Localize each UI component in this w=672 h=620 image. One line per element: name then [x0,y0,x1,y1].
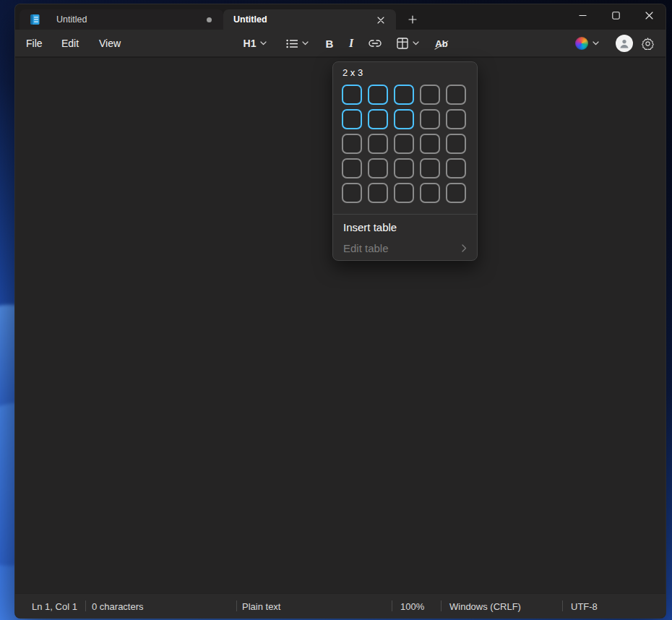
heading-label: H1 [244,38,257,49]
notepad-app-icon [30,14,40,25]
window-caption-buttons [566,4,665,26]
statusbar-divider [441,600,441,611]
tab-strip: Untitled Untitled [15,4,665,30]
maximize-button[interactable] [599,4,632,26]
table-size-cell[interactable] [420,158,440,178]
statusbar-divider [562,600,563,611]
edit-table-label: Edit table [343,242,389,254]
document-mode: Plain text [242,600,280,611]
chevron-down-icon [260,41,267,46]
encoding: UTF-8 [571,600,598,611]
table-size-cell[interactable] [394,158,414,178]
table-size-cell[interactable] [342,183,362,203]
bulleted-list-icon [286,39,298,48]
tab-label: Untitled [56,14,87,25]
cursor-position: Ln 1, Col 1 [32,600,77,611]
table-size-cell[interactable] [368,158,388,178]
table-size-cell[interactable] [420,85,440,105]
avatar [616,35,633,52]
gear-icon [642,38,654,50]
table-size-cell[interactable] [446,85,466,105]
insert-table-label: Insert table [343,221,397,233]
tab-label: Untitled [233,14,267,25]
settings-button[interactable] [635,33,660,54]
tab-untitled-2[interactable]: Untitled [223,9,396,30]
table-size-grid [342,85,466,203]
chevron-down-icon [593,41,599,46]
table-size-cell[interactable] [420,183,440,203]
line-endings: Windows (CRLF) [449,600,521,611]
insert-link-button[interactable] [362,33,388,54]
minimize-button[interactable] [566,4,599,26]
statusbar-divider [85,600,86,611]
italic-icon: I [349,37,353,50]
status-bar: Ln 1, Col 1 0 characters Plain text 100%… [15,593,665,618]
menu-divider [333,214,477,215]
table-size-cell[interactable] [368,134,388,154]
table-size-cell[interactable] [342,158,362,178]
link-icon [369,40,382,47]
table-size-cell[interactable] [368,109,388,129]
plus-icon [408,15,417,24]
menu-file[interactable]: File [19,33,50,54]
close-window-button[interactable] [632,4,665,26]
table-size-cell[interactable] [446,183,466,203]
table-size-label: 2 x 3 [343,67,363,78]
table-size-cell[interactable] [420,109,440,129]
chevron-down-icon [413,41,419,46]
character-count: 0 characters [92,600,144,611]
table-dropdown-menu: 2 x 3 Insert table Edit table [332,61,478,261]
new-tab-button[interactable] [403,11,421,28]
person-icon [619,38,630,49]
menu-toolbar: File Edit View H1 B I [15,30,665,57]
insert-table-menu-item[interactable]: Insert table [333,216,477,238]
table-size-cell[interactable] [394,183,414,203]
table-size-cell[interactable] [394,134,414,154]
table-size-cell[interactable] [342,109,362,129]
bold-button[interactable]: B [319,33,340,54]
menu-view[interactable]: View [92,33,128,54]
tab-untitled-1[interactable]: Untitled [20,9,223,30]
table-size-cell[interactable] [446,109,466,129]
insert-table-button[interactable] [388,33,427,54]
statusbar-divider [236,600,237,611]
close-icon [377,17,384,24]
zoom-level[interactable]: 100% [400,600,424,611]
edit-table-menu-item[interactable]: Edit table [333,237,477,259]
list-button[interactable] [278,33,316,54]
copilot-icon [575,37,588,50]
clear-formatting-icon: Ab [435,38,447,49]
table-size-cell[interactable] [446,158,466,178]
table-size-cell[interactable] [394,109,414,129]
table-size-cell[interactable] [420,134,440,154]
clear-formatting-button[interactable]: Ab [428,33,455,54]
statusbar-divider [392,600,392,611]
account-button[interactable] [612,33,637,54]
table-size-cell[interactable] [342,85,362,105]
submenu-chevron [462,244,467,252]
menu-edit[interactable]: Edit [54,33,86,54]
close-icon [645,12,653,20]
copilot-button[interactable] [567,33,606,54]
table-size-cell[interactable] [446,134,466,154]
unsaved-indicator-dot[interactable] [207,17,212,22]
tab-close-button[interactable] [374,14,387,26]
chevron-right-icon [462,244,467,252]
bold-icon: B [326,38,334,50]
italic-button[interactable]: I [340,33,362,54]
table-size-cell[interactable] [342,134,362,154]
table-size-cell[interactable] [394,85,414,105]
heading-style-button[interactable]: H1 [235,33,275,54]
table-size-cell[interactable] [368,85,388,105]
minimize-icon [579,12,587,20]
notepad-window: Untitled Untitled [14,4,666,619]
maximize-icon [612,12,620,20]
table-icon [397,38,408,49]
table-size-cell[interactable] [368,183,388,203]
chevron-down-icon [302,41,309,46]
